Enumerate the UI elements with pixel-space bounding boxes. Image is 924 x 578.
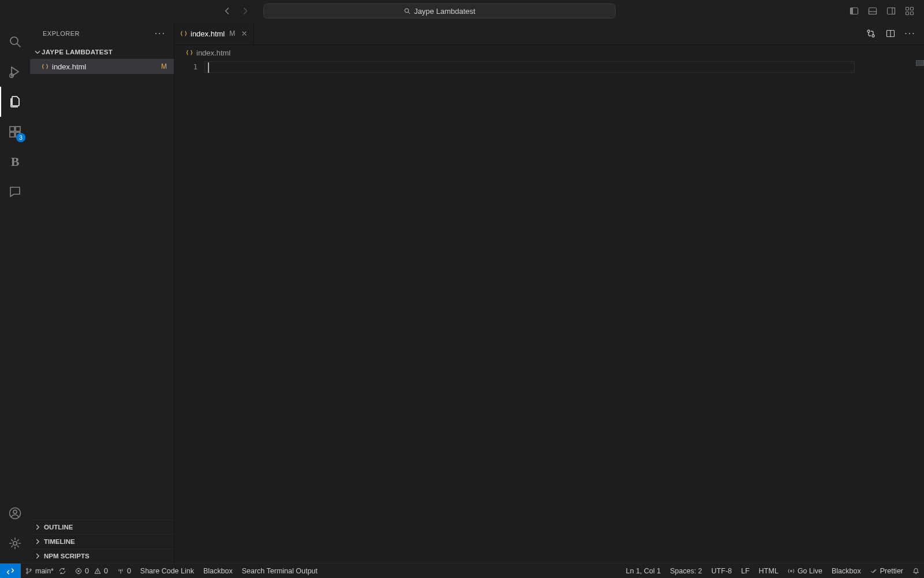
file-modified-badge: M (161, 62, 167, 71)
status-ports[interactable]: 0 (113, 564, 136, 578)
svg-point-21 (872, 35, 874, 37)
tab-close-button[interactable] (241, 30, 248, 37)
status-blackbox-left[interactable]: Blackbox (199, 564, 237, 578)
sidebar: EXPLORER ··· JAYPE LAMBDATEST index.html… (30, 22, 174, 563)
toggle-panel-button[interactable] (865, 3, 880, 18)
titlebar: Jaype Lambdatest (0, 0, 924, 22)
status-spaces[interactable]: Spaces: 2 (665, 564, 707, 578)
tab-index-html[interactable]: index.html M (174, 22, 254, 45)
status-remote-button[interactable] (0, 564, 21, 578)
svg-rect-6 (892, 8, 895, 14)
status-label: Blackbox (203, 567, 233, 575)
file-row-index-html[interactable]: index.html M (30, 59, 174, 74)
chevron-right-icon (33, 524, 42, 531)
branch-name: main* (35, 567, 54, 575)
status-label: LF (741, 567, 750, 575)
status-ln-col[interactable]: Ln 1, Col 1 (621, 564, 665, 578)
gear-icon (8, 536, 22, 550)
activity-extensions[interactable]: 3 (0, 117, 30, 147)
sidebar-section-timeline[interactable]: TIMELINE (30, 534, 174, 549)
status-search-terminal[interactable]: Search Terminal Output (237, 564, 322, 578)
status-language[interactable]: HTML (754, 564, 783, 578)
html-file-icon (186, 49, 193, 56)
warning-count: 0 (104, 567, 108, 575)
status-go-live[interactable]: Go Live (783, 564, 827, 578)
sidebar-more-button[interactable]: ··· (155, 28, 166, 39)
customize-layout-button[interactable] (902, 3, 917, 18)
broadcast-icon (788, 568, 795, 575)
radio-tower-icon (117, 568, 124, 575)
status-bar: main* 0 0 0 Share Code Link Blackbox Sea… (0, 563, 924, 578)
status-prettier[interactable]: Prettier (866, 564, 908, 578)
svg-rect-10 (911, 12, 914, 15)
status-label: Share Code Link (140, 567, 194, 575)
editor-content[interactable] (208, 60, 924, 563)
editor-more-button[interactable]: ··· (902, 25, 918, 42)
arrow-right-icon (241, 6, 250, 16)
tab-bar: index.html M ··· (174, 22, 924, 45)
section-label: OUTLINE (44, 524, 73, 531)
editor-body[interactable]: 1 (174, 60, 924, 563)
layout-grid-icon (905, 6, 914, 16)
folder-header[interactable]: JAYPE LAMBDATEST (30, 45, 174, 59)
chevron-right-icon (33, 553, 42, 560)
svg-rect-13 (10, 127, 14, 131)
breadcrumb[interactable]: index.html (174, 45, 924, 60)
status-share-code[interactable]: Share Code Link (136, 564, 199, 578)
status-blackbox-right[interactable]: Blackbox (827, 564, 866, 578)
comment-icon (8, 185, 22, 199)
activity-search[interactable] (0, 27, 30, 57)
status-problems[interactable]: 0 0 (70, 564, 113, 578)
letter-b-icon: B (11, 154, 20, 169)
svg-point-31 (790, 570, 792, 572)
activity-settings[interactable] (0, 528, 30, 558)
sidebar-title: EXPLORER (43, 30, 80, 37)
main-layout: 3 B EXPLORER ··· JAYPE LAMBDATEST (0, 22, 924, 563)
section-label: TIMELINE (44, 538, 75, 545)
command-center[interactable]: Jaype Lambdatest (263, 3, 616, 18)
activity-chat[interactable] (0, 177, 30, 207)
minimap-slider[interactable] (916, 60, 924, 66)
svg-rect-5 (888, 8, 895, 14)
ports-count: 0 (127, 567, 131, 575)
warning-icon (94, 568, 101, 575)
nav-forward-button[interactable] (238, 3, 253, 18)
error-icon (75, 568, 82, 575)
svg-rect-16 (16, 127, 20, 131)
svg-rect-3 (869, 8, 877, 14)
sidebar-section-npm[interactable]: NPM SCRIPTS (30, 549, 174, 563)
svg-point-19 (13, 542, 17, 545)
status-eol[interactable]: LF (736, 564, 754, 578)
svg-rect-4 (869, 12, 877, 14)
html-file-icon (180, 30, 187, 37)
toggle-primary-sidebar-button[interactable] (847, 3, 862, 18)
split-editor-button[interactable] (882, 25, 899, 42)
activity-run-debug[interactable] (0, 57, 30, 87)
tab-modified-badge: M (229, 29, 235, 38)
git-branch-icon (25, 568, 32, 575)
status-label: UTF-8 (711, 567, 732, 575)
search-icon (404, 8, 411, 14)
bell-icon (912, 568, 919, 575)
ellipsis-icon: ··· (904, 28, 915, 39)
status-label: Spaces: 2 (670, 567, 702, 575)
svg-rect-2 (851, 8, 854, 14)
activity-explorer[interactable] (0, 87, 30, 117)
search-icon (8, 35, 22, 49)
toggle-secondary-sidebar-button[interactable] (884, 3, 899, 18)
status-notifications[interactable] (908, 564, 924, 578)
compare-changes-button[interactable] (863, 25, 879, 42)
nav-back-button[interactable] (219, 3, 234, 18)
files-icon (8, 95, 22, 109)
remote-icon (6, 566, 15, 576)
command-center-label: Jaype Lambdatest (414, 7, 475, 16)
folder-name: JAYPE LAMBDATEST (42, 49, 113, 55)
svg-point-25 (27, 572, 28, 574)
status-label: Ln 1, Col 1 (626, 567, 661, 575)
activity-bold-b[interactable]: B (0, 147, 30, 177)
status-branch[interactable]: main* (21, 564, 70, 578)
sidebar-section-outline[interactable]: OUTLINE (30, 520, 174, 534)
status-encoding[interactable]: UTF-8 (707, 564, 736, 578)
editor-gutter: 1 (174, 60, 208, 563)
activity-accounts[interactable] (0, 498, 30, 528)
